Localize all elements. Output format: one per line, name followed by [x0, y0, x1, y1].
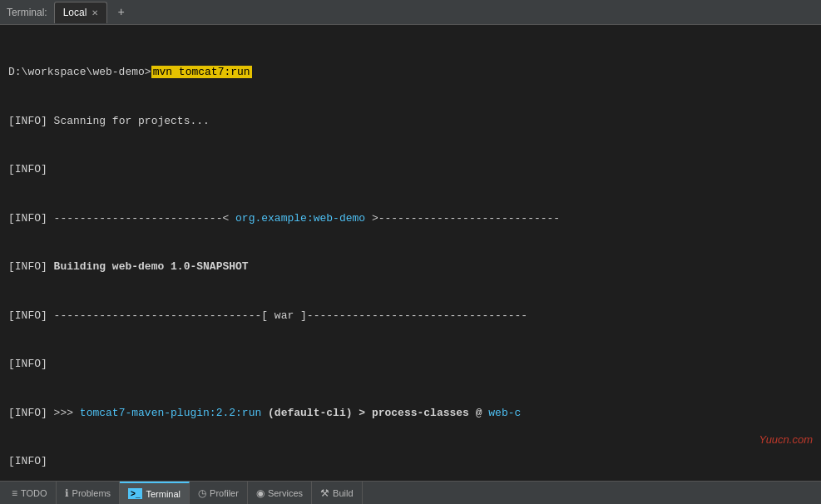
close-icon[interactable]: ✕	[91, 8, 98, 17]
list-icon: ≡	[12, 487, 17, 499]
statusbar-item-build[interactable]: ⚒ Build	[312, 482, 362, 504]
build-icon: ⚒	[320, 487, 329, 499]
terminal-tab-bar: Terminal: Local ✕ +	[0, 0, 821, 25]
terminal-line-2: [INFO]	[8, 161, 813, 178]
statusbar-item-terminal[interactable]: >_ Terminal	[120, 482, 190, 504]
services-icon: ◉	[256, 487, 265, 499]
local-tab-label: Local	[63, 7, 87, 18]
local-tab[interactable]: Local ✕	[54, 2, 108, 23]
status-bar: ≡ TODO ℹ Problems >_ Terminal ◷ Profiler…	[0, 481, 821, 504]
terminal-content: D:\workspace\web-demo>mvn tomcat7:run [I…	[0, 25, 821, 481]
statusbar-services-label: Services	[268, 488, 303, 498]
statusbar-problems-label: Problems	[72, 488, 111, 498]
statusbar-terminal-label: Terminal	[146, 489, 181, 499]
terminal-label: Terminal:	[7, 7, 47, 18]
statusbar-todo-label: TODO	[21, 488, 47, 498]
terminal-line-0: D:\workspace\web-demo>mvn tomcat7:run	[8, 64, 813, 81]
terminal-line-3: [INFO] --------------------------< org.e…	[8, 210, 813, 227]
terminal-line-6: [INFO]	[8, 356, 813, 373]
terminal-line-8: [INFO]	[8, 453, 813, 470]
profiler-icon: ◷	[198, 487, 206, 499]
terminal-line-4: [INFO] Building web-demo 1.0-SNAPSHOT	[8, 259, 813, 275]
statusbar-profiler-label: Profiler	[210, 488, 239, 498]
command-highlight: mvn tomcat7:run	[151, 66, 252, 78]
statusbar-item-services[interactable]: ◉ Services	[248, 482, 312, 504]
terminal-icon: >_	[128, 488, 142, 499]
add-tab-button[interactable]: +	[112, 4, 129, 21]
statusbar-item-todo[interactable]: ≡ TODO	[3, 482, 57, 504]
watermark: Yuucn.com	[759, 432, 813, 448]
statusbar-item-problems[interactable]: ℹ Problems	[57, 482, 120, 504]
statusbar-build-label: Build	[333, 488, 353, 498]
terminal-line-5: [INFO] --------------------------------[…	[8, 308, 813, 324]
terminal-line-1: [INFO] Scanning for projects...	[8, 113, 813, 130]
terminal-line-7: [INFO] >>> tomcat7-maven-plugin:2.2:run …	[8, 405, 813, 422]
info-icon: ℹ	[65, 487, 69, 499]
statusbar-item-profiler[interactable]: ◷ Profiler	[190, 482, 248, 504]
